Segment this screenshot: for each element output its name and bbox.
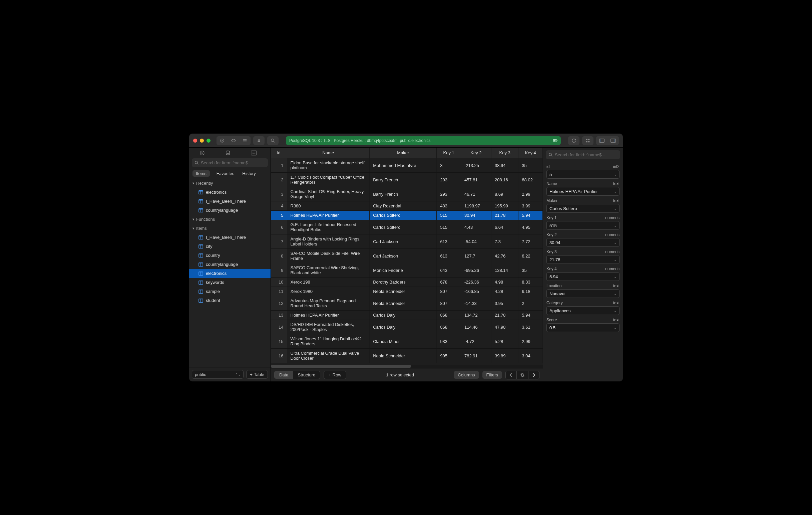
sidebar-search-input[interactable] (201, 160, 265, 165)
field-value-input[interactable]: 5.94⌄ (547, 272, 619, 281)
table-row[interactable]: 14DS/HD IBM Formatted Diskettes, 200/Pac… (271, 320, 543, 334)
tree-item-i_have_been_there[interactable]: I_Have_Been_There (189, 197, 270, 206)
tree-item-i_have_been_there[interactable]: I_Have_Been_There (189, 233, 270, 242)
next-button[interactable] (528, 371, 540, 379)
table-row[interactable]: 9SAFCO Commercial Wire Shelving, Black a… (271, 263, 543, 277)
chevron-down-icon: ⌄ (614, 207, 616, 210)
tree-item-country[interactable]: country (189, 251, 270, 260)
sql-icon[interactable]: SQL (251, 150, 260, 156)
tree-item-sample[interactable]: sample (189, 287, 270, 296)
search-icon[interactable] (267, 136, 279, 145)
column-header-maker[interactable]: Maker (370, 147, 437, 158)
svg-rect-2 (258, 140, 260, 142)
lock-icon[interactable] (253, 136, 265, 145)
tab-history[interactable]: History (241, 170, 257, 177)
table-row[interactable]: 6G.E. Longer-Life Indoor Recessed Floodl… (271, 220, 543, 235)
table-row[interactable]: 5Holmes HEPA Air PurifierCarlos Soltero5… (271, 211, 543, 220)
table-row[interactable]: 3Cardinal Slant-D® Ring Binder, Heavy Ga… (271, 187, 543, 201)
table-row[interactable]: 7Angle-D Binders with Locking Rings, Lab… (271, 235, 543, 249)
inspector-search-input[interactable] (555, 152, 617, 157)
chevron-down-icon: ⌄ (614, 275, 616, 278)
refresh-icon[interactable] (568, 136, 579, 145)
tree-item-countrylanguage[interactable]: countrylanguage (189, 206, 270, 215)
column-header-key-1[interactable]: Key 1 (437, 147, 461, 158)
field-name: NametextHolmes HEPA Air Purifier⌄ (547, 181, 619, 196)
prev-button[interactable] (505, 371, 517, 379)
data-table-scroll[interactable]: idNameMakerKey 1Key 2Key 3Key 4 1Eldon B… (271, 147, 543, 365)
list-icon[interactable] (239, 136, 251, 145)
app-window: PostgreSQL 10.3 : TLS : Postgres Heroku … (189, 134, 623, 381)
svg-rect-21 (199, 244, 203, 248)
field-value-input[interactable]: Carlos Soltero⌄ (547, 204, 619, 213)
table-row[interactable]: 10Xerox 198Dorothy Badders678-226.364.98… (271, 277, 543, 287)
close-window-button[interactable] (193, 139, 197, 143)
svg-rect-17 (199, 190, 203, 194)
tree-item-electronics[interactable]: electronics (189, 188, 270, 197)
chevron-down-icon: ⌄ (614, 292, 616, 296)
add-table-button[interactable]: + Table (246, 370, 268, 379)
field-value-input[interactable]: Holmes HEPA Air Purifier⌄ (547, 187, 619, 196)
grid-icon[interactable] (582, 136, 593, 145)
table-row[interactable]: 15Wilson Jones 1" Hanging DublLock® Ring… (271, 334, 543, 349)
svg-text:SQL: SQL (252, 152, 256, 154)
table-row[interactable]: 16Ultra Commercial Grade Dual Valve Door… (271, 349, 543, 363)
tab-items[interactable]: Items (193, 170, 210, 177)
tree-item-city[interactable]: city (189, 242, 270, 251)
horizontal-scrollbar[interactable] (271, 365, 543, 368)
chevron-updown-icon: ⌃⌄ (235, 373, 240, 376)
filters-button[interactable]: Filters (483, 371, 502, 379)
sidebar-search[interactable] (192, 158, 268, 167)
zoom-window-button[interactable] (206, 139, 210, 143)
right-panel-toggle-icon[interactable] (608, 136, 619, 145)
field-value-input[interactable]: Nunavut⌄ (547, 289, 619, 298)
connection-string[interactable]: PostgreSQL 10.3 : TLS : Postgres Heroku … (286, 136, 561, 145)
table-row[interactable]: 4R380Clay Rozendal4831198.97195.993.99 (271, 201, 543, 211)
minimize-window-button[interactable] (200, 139, 204, 143)
column-header-id[interactable]: id (271, 147, 287, 158)
column-header-name[interactable]: Name (287, 147, 370, 158)
column-header-key-2[interactable]: Key 2 (461, 147, 491, 158)
tree-item-student[interactable]: student (189, 296, 270, 305)
add-row-button[interactable]: + Row (324, 371, 346, 379)
field-value-input[interactable]: 30.94⌄ (547, 238, 619, 247)
field-key-2: Key 2numeric30.94⌄ (547, 233, 619, 247)
field-type: numeric (605, 233, 619, 237)
tree-section-recently[interactable]: ▼ Recently (189, 179, 270, 188)
settings-gear-icon[interactable] (517, 371, 528, 379)
plus-icon: + (250, 372, 253, 377)
field-value-input[interactable]: Appliances⌄ (547, 306, 619, 315)
tree-section-items[interactable]: ▼ Items (189, 224, 270, 233)
quick-connect-icon[interactable] (200, 150, 209, 156)
tree-item-countrylanguage[interactable]: countrylanguage (189, 260, 270, 269)
table-row[interactable]: 8SAFCO Mobile Desk Side File, Wire Frame… (271, 249, 543, 263)
table-row[interactable]: 11Xerox 1980Neola Schneider807-166.854.2… (271, 287, 543, 296)
field-maker: MakertextCarlos Soltero⌄ (547, 198, 619, 213)
structure-tab[interactable]: Structure (293, 371, 320, 379)
column-header-key-3[interactable]: Key 3 (491, 147, 518, 158)
field-label: Category (547, 301, 563, 305)
tree-item-keywords[interactable]: keywords (189, 278, 270, 287)
tree-section-functions[interactable]: ▼ Functions (189, 215, 270, 224)
field-label: Maker (547, 198, 557, 203)
scrollbar-thumb[interactable] (271, 365, 411, 368)
schema-select[interactable]: public ⌃⌄ (192, 370, 243, 379)
field-value-input[interactable]: 21.78⌄ (547, 255, 619, 264)
close-connection-icon[interactable] (216, 136, 228, 145)
field-value-input[interactable]: 0.5⌄ (547, 323, 619, 332)
tab-favorites[interactable]: Favorites (215, 170, 235, 177)
table-row[interactable]: 13Holmes HEPA Air PurifierCarlos Daly868… (271, 310, 543, 320)
table-row[interactable]: 21.7 Cubic Foot Compact "Cube" Office Re… (271, 173, 543, 187)
data-tab[interactable]: Data (274, 371, 293, 379)
field-value-input[interactable]: 515⌄ (547, 221, 619, 230)
preview-icon[interactable] (228, 136, 239, 145)
field-value-input[interactable]: 5⌄ (547, 170, 619, 179)
table-row[interactable]: 1Eldon Base for stackable storage shelf,… (271, 158, 543, 173)
table-row[interactable]: 12Advantus Map Pennant Flags and Round H… (271, 296, 543, 310)
column-header-key-4[interactable]: Key 4 (518, 147, 543, 158)
status-text: 1 row selected (350, 372, 451, 377)
tree-item-electronics[interactable]: electronics (189, 269, 270, 278)
columns-button[interactable]: Columns (454, 371, 479, 379)
database-icon[interactable] (225, 150, 234, 156)
left-panel-toggle-icon[interactable] (596, 136, 608, 145)
inspector-search[interactable] (546, 150, 620, 159)
